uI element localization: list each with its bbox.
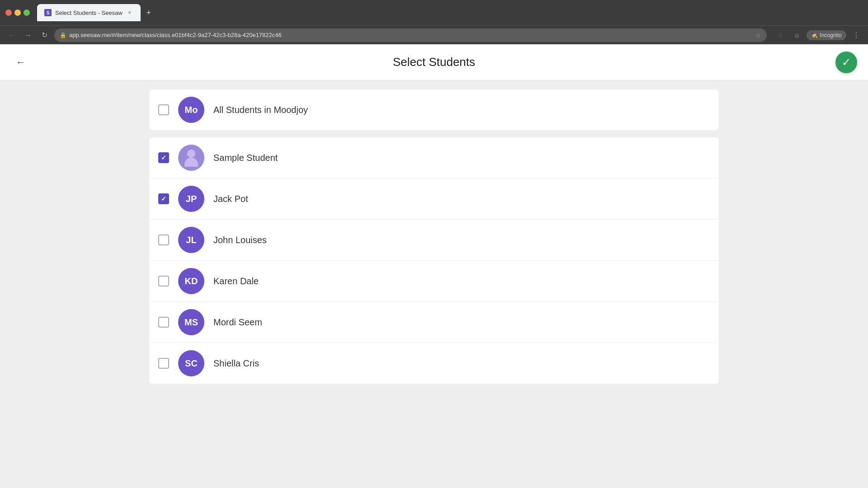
app-container: ← Select Students ✓ Mo All Students in M…	[0, 44, 868, 488]
student-checkbox-2[interactable]	[158, 235, 169, 245]
back-nav-button[interactable]: ←	[5, 29, 18, 42]
tab-title: Select Students - Seesaw	[55, 9, 123, 16]
confirm-button[interactable]: ✓	[835, 52, 857, 73]
all-students-label: All Students in Moodjoy	[213, 105, 308, 115]
student-avatar-0	[178, 145, 204, 171]
lock-icon: 🔒	[60, 32, 66, 38]
active-tab[interactable]: S Select Students - Seesaw ×	[37, 4, 141, 21]
student-avatar-1: JP	[178, 186, 204, 212]
student-avatar-3: KD	[178, 268, 204, 294]
student-name-5: Shiella Cris	[213, 358, 259, 369]
tab-close-button[interactable]: ×	[126, 9, 133, 16]
student-checkbox-1[interactable]	[158, 193, 169, 204]
tab-bar: S Select Students - Seesaw × +	[37, 4, 863, 21]
window-maximize-button[interactable]	[24, 9, 30, 16]
browser-titlebar: S Select Students - Seesaw × +	[0, 0, 868, 25]
student-row[interactable]: MS Mordi Seem	[149, 302, 719, 343]
incognito-icon: 🕵	[811, 32, 818, 38]
student-name-4: Mordi Seem	[213, 317, 262, 328]
address-bar[interactable]: 🔒 app.seesaw.me/#/item/new/class/class.e…	[54, 28, 767, 42]
person-icon	[182, 149, 200, 167]
student-checkbox-3[interactable]	[158, 276, 169, 286]
student-row[interactable]: JL John Louises	[149, 220, 719, 261]
forward-nav-button[interactable]: →	[22, 29, 34, 42]
student-row[interactable]: Sample Student	[149, 137, 719, 178]
window-controls	[5, 9, 30, 16]
window-close-button[interactable]	[5, 9, 12, 16]
new-tab-button[interactable]: +	[142, 6, 155, 19]
tab-favicon: S	[44, 9, 52, 16]
student-row[interactable]: JP Jack Pot	[149, 178, 719, 220]
student-row[interactable]: SC Shiella Cris	[149, 343, 719, 384]
profile-button[interactable]: ☺	[790, 29, 803, 42]
student-row[interactable]: KD Karen Dale	[149, 261, 719, 302]
person-head	[187, 150, 195, 158]
bookmark-icon[interactable]: ☆	[755, 32, 761, 39]
incognito-label: Incognito	[820, 32, 842, 38]
student-avatar-4: MS	[178, 309, 204, 335]
browser-extensions: ◾ ☺ 🕵 Incognito ⋮	[774, 29, 863, 42]
all-students-row[interactable]: Mo All Students in Moodjoy	[149, 89, 719, 130]
student-name-3: Karen Dale	[213, 276, 259, 286]
address-bar-row: ← → ↻ 🔒 app.seesaw.me/#/item/new/class/c…	[0, 25, 868, 44]
student-checkbox-4[interactable]	[158, 317, 169, 328]
all-students-checkbox[interactable]	[158, 104, 169, 115]
student-list-container: Mo All Students in Moodjoy Sample Studen…	[0, 80, 868, 488]
students-section: Sample Student JP Jack Pot JL John Louis…	[149, 137, 719, 384]
student-checkbox-5[interactable]	[158, 358, 169, 369]
person-body	[184, 158, 198, 167]
student-name-0: Sample Student	[213, 153, 278, 163]
extensions-button[interactable]: ◾	[774, 29, 787, 42]
checkmark-icon: ✓	[842, 56, 851, 69]
student-checkbox-0[interactable]	[158, 152, 169, 163]
student-name-1: Jack Pot	[213, 194, 248, 204]
window-minimize-button[interactable]	[14, 9, 21, 16]
all-students-section: Mo All Students in Moodjoy	[149, 89, 719, 130]
page-title: Select Students	[393, 55, 475, 69]
student-name-2: John Louises	[213, 235, 267, 245]
app-header: ← Select Students ✓	[0, 44, 868, 80]
browser-menu-button[interactable]: ⋮	[850, 29, 863, 42]
reload-button[interactable]: ↻	[38, 29, 51, 42]
student-avatar-5: SC	[178, 350, 204, 376]
all-students-avatar: Mo	[178, 97, 204, 123]
back-button[interactable]: ←	[11, 52, 31, 72]
incognito-button[interactable]: 🕵 Incognito	[807, 30, 846, 40]
student-avatar-2: JL	[178, 227, 204, 253]
url-text: app.seesaw.me/#/item/new/class/class.e01…	[69, 32, 753, 38]
